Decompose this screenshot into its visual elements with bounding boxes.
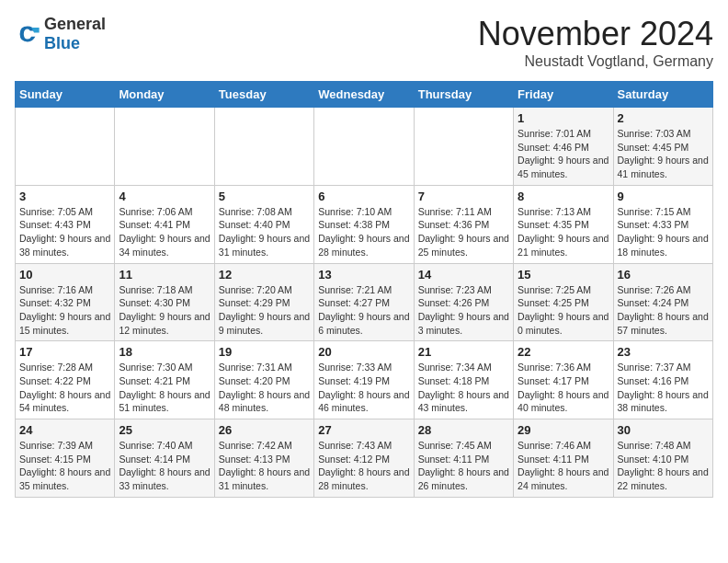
calendar-cell: 1Sunrise: 7:01 AMSunset: 4:46 PMDaylight… — [514, 108, 613, 186]
day-info: Sunrise: 7:15 AMSunset: 4:33 PMDaylight:… — [618, 205, 709, 259]
day-info: Sunrise: 7:23 AMSunset: 4:26 PMDaylight:… — [418, 283, 509, 338]
day-number: 27 — [318, 423, 409, 437]
header-cell-friday: Friday — [514, 82, 613, 108]
header-cell-monday: Monday — [115, 82, 214, 108]
calendar-cell: 24Sunrise: 7:39 AMSunset: 4:15 PMDayligh… — [16, 419, 115, 498]
calendar-cell: 8Sunrise: 7:13 AMSunset: 4:35 PMDaylight… — [514, 185, 613, 263]
day-info: Sunrise: 7:01 AMSunset: 4:46 PMDaylight:… — [518, 127, 609, 181]
calendar-cell — [115, 108, 214, 186]
day-number: 6 — [318, 190, 409, 203]
day-number: 22 — [518, 345, 609, 359]
calendar-cell: 26Sunrise: 7:42 AMSunset: 4:13 PMDayligh… — [214, 419, 313, 498]
day-number: 13 — [318, 268, 409, 282]
calendar-cell: 17Sunrise: 7:28 AMSunset: 4:22 PMDayligh… — [16, 341, 115, 419]
calendar-cell — [414, 108, 513, 186]
calendar-cell: 7Sunrise: 7:11 AMSunset: 4:36 PMDaylight… — [414, 185, 513, 263]
calendar-cell: 20Sunrise: 7:33 AMSunset: 4:19 PMDayligh… — [314, 341, 414, 419]
logo-icon — [15, 21, 40, 47]
day-number: 24 — [19, 423, 110, 437]
day-info: Sunrise: 7:10 AMSunset: 4:38 PMDaylight:… — [318, 205, 409, 259]
day-number: 19 — [219, 345, 310, 359]
day-number: 16 — [618, 268, 709, 282]
day-info: Sunrise: 7:45 AMSunset: 4:11 PMDaylight:… — [418, 439, 509, 493]
day-number: 1 — [518, 111, 609, 125]
day-number: 14 — [418, 268, 509, 282]
calendar-cell: 2Sunrise: 7:03 AMSunset: 4:45 PMDaylight… — [613, 108, 712, 186]
day-info: Sunrise: 7:05 AMSunset: 4:43 PMDaylight:… — [19, 205, 110, 259]
header-row: SundayMondayTuesdayWednesdayThursdayFrid… — [16, 82, 713, 108]
week-row-4: 17Sunrise: 7:28 AMSunset: 4:22 PMDayligh… — [16, 341, 713, 419]
day-info: Sunrise: 7:37 AMSunset: 4:16 PMDaylight:… — [618, 361, 709, 415]
calendar-cell: 15Sunrise: 7:25 AMSunset: 4:25 PMDayligh… — [514, 263, 613, 341]
day-info: Sunrise: 7:11 AMSunset: 4:36 PMDaylight:… — [418, 205, 509, 259]
calendar-cell: 12Sunrise: 7:20 AMSunset: 4:29 PMDayligh… — [214, 263, 313, 341]
day-number: 4 — [119, 190, 210, 203]
calendar-cell: 3Sunrise: 7:05 AMSunset: 4:43 PMDaylight… — [16, 185, 115, 263]
calendar-cell: 11Sunrise: 7:18 AMSunset: 4:30 PMDayligh… — [115, 263, 214, 341]
day-info: Sunrise: 7:40 AMSunset: 4:14 PMDaylight:… — [119, 439, 210, 493]
header-cell-thursday: Thursday — [414, 82, 513, 108]
day-info: Sunrise: 7:08 AMSunset: 4:40 PMDaylight:… — [219, 205, 310, 259]
calendar-cell: 16Sunrise: 7:26 AMSunset: 4:24 PMDayligh… — [613, 263, 712, 341]
week-row-3: 10Sunrise: 7:16 AMSunset: 4:32 PMDayligh… — [16, 263, 713, 341]
calendar-cell — [16, 108, 115, 186]
day-info: Sunrise: 7:42 AMSunset: 4:13 PMDaylight:… — [219, 439, 310, 493]
calendar-cell: 18Sunrise: 7:30 AMSunset: 4:21 PMDayligh… — [115, 341, 214, 419]
day-info: Sunrise: 7:31 AMSunset: 4:20 PMDaylight:… — [219, 361, 310, 415]
calendar-cell — [214, 108, 313, 186]
day-info: Sunrise: 7:39 AMSunset: 4:15 PMDaylight:… — [19, 439, 110, 493]
header-cell-sunday: Sunday — [16, 82, 115, 108]
day-info: Sunrise: 7:43 AMSunset: 4:12 PMDaylight:… — [318, 439, 409, 493]
day-info: Sunrise: 7:34 AMSunset: 4:18 PMDaylight:… — [418, 361, 509, 415]
day-info: Sunrise: 7:18 AMSunset: 4:30 PMDaylight:… — [119, 283, 210, 338]
day-number: 3 — [19, 190, 110, 203]
calendar-cell: 30Sunrise: 7:48 AMSunset: 4:10 PMDayligh… — [613, 419, 712, 498]
calendar-cell: 4Sunrise: 7:06 AMSunset: 4:41 PMDaylight… — [115, 185, 214, 263]
calendar-cell: 13Sunrise: 7:21 AMSunset: 4:27 PMDayligh… — [314, 263, 414, 341]
week-row-1: 1Sunrise: 7:01 AMSunset: 4:46 PMDaylight… — [16, 108, 713, 186]
calendar-cell: 19Sunrise: 7:31 AMSunset: 4:20 PMDayligh… — [214, 341, 313, 419]
logo-general: General — [44, 15, 106, 33]
day-number: 11 — [119, 268, 210, 282]
day-info: Sunrise: 7:46 AMSunset: 4:11 PMDaylight:… — [518, 439, 609, 493]
day-info: Sunrise: 7:28 AMSunset: 4:22 PMDaylight:… — [19, 361, 110, 415]
day-number: 10 — [19, 268, 110, 282]
day-info: Sunrise: 7:26 AMSunset: 4:24 PMDaylight:… — [618, 283, 709, 338]
week-row-5: 24Sunrise: 7:39 AMSunset: 4:15 PMDayligh… — [16, 419, 713, 498]
calendar-cell: 21Sunrise: 7:34 AMSunset: 4:18 PMDayligh… — [414, 341, 513, 419]
day-number: 28 — [418, 423, 509, 437]
day-number: 5 — [219, 190, 310, 203]
calendar-cell: 27Sunrise: 7:43 AMSunset: 4:12 PMDayligh… — [314, 419, 414, 498]
day-info: Sunrise: 7:03 AMSunset: 4:45 PMDaylight:… — [618, 127, 709, 181]
day-number: 30 — [618, 423, 709, 437]
calendar-cell: 14Sunrise: 7:23 AMSunset: 4:26 PMDayligh… — [414, 263, 513, 341]
calendar-cell: 10Sunrise: 7:16 AMSunset: 4:32 PMDayligh… — [16, 263, 115, 341]
main-title: November 2024 — [478, 15, 713, 53]
day-info: Sunrise: 7:06 AMSunset: 4:41 PMDaylight:… — [119, 205, 210, 259]
day-number: 2 — [618, 111, 709, 125]
calendar-cell: 22Sunrise: 7:36 AMSunset: 4:17 PMDayligh… — [514, 341, 613, 419]
day-number: 23 — [618, 345, 709, 359]
logo-text: General Blue — [44, 15, 106, 53]
logo-blue: Blue — [44, 34, 80, 52]
calendar-cell: 23Sunrise: 7:37 AMSunset: 4:16 PMDayligh… — [613, 341, 712, 419]
week-row-2: 3Sunrise: 7:05 AMSunset: 4:43 PMDaylight… — [16, 185, 713, 263]
calendar-table: SundayMondayTuesdayWednesdayThursdayFrid… — [15, 81, 713, 498]
title-area: November 2024 Neustadt Vogtland, Germany — [478, 15, 713, 70]
day-info: Sunrise: 7:13 AMSunset: 4:35 PMDaylight:… — [518, 205, 609, 259]
day-number: 9 — [618, 190, 709, 203]
day-info: Sunrise: 7:21 AMSunset: 4:27 PMDaylight:… — [318, 283, 409, 338]
calendar-cell: 29Sunrise: 7:46 AMSunset: 4:11 PMDayligh… — [514, 419, 613, 498]
day-info: Sunrise: 7:20 AMSunset: 4:29 PMDaylight:… — [219, 283, 310, 338]
header-cell-wednesday: Wednesday — [314, 82, 414, 108]
day-info: Sunrise: 7:16 AMSunset: 4:32 PMDaylight:… — [19, 283, 110, 338]
calendar-cell: 5Sunrise: 7:08 AMSunset: 4:40 PMDaylight… — [214, 185, 313, 263]
day-number: 25 — [119, 423, 210, 437]
svg-rect-0 — [15, 21, 40, 47]
day-number: 8 — [518, 190, 609, 203]
calendar-cell: 6Sunrise: 7:10 AMSunset: 4:38 PMDaylight… — [314, 185, 414, 263]
subtitle: Neustadt Vogtland, Germany — [478, 53, 713, 70]
day-number: 12 — [219, 268, 310, 282]
header: General Blue November 2024 Neustadt Vogt… — [15, 15, 713, 70]
day-number: 7 — [418, 190, 509, 203]
